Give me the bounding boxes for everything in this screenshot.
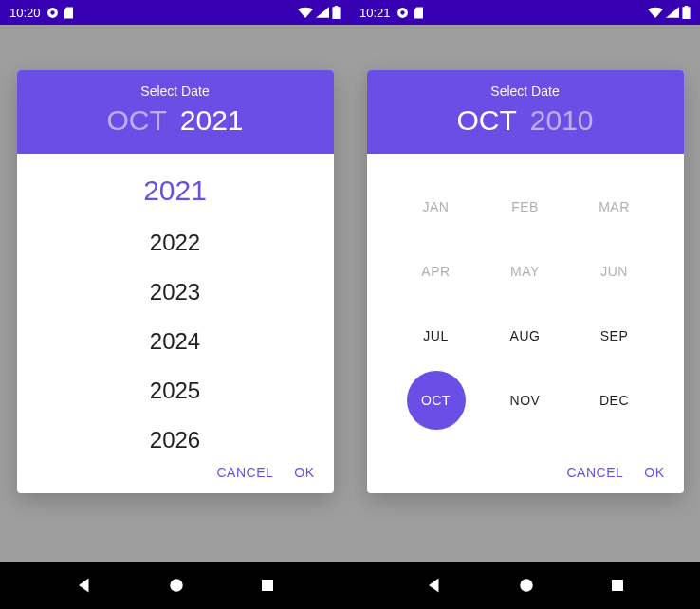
signal-icon xyxy=(666,7,679,18)
dialog-header: Select Date OCT 2010 xyxy=(367,70,684,154)
header-month[interactable]: OCT xyxy=(456,104,516,137)
dialog-title: Select Date xyxy=(367,83,684,99)
battery-icon xyxy=(332,6,341,19)
svg-point-6 xyxy=(520,579,533,592)
ok-button[interactable]: OK xyxy=(294,465,314,480)
month-cell-feb[interactable]: FEB xyxy=(496,177,555,236)
date-picker-dialog: Select Date OCT 2010 JAN FEB MAR APR MAY… xyxy=(367,70,684,493)
month-cell-dec[interactable]: DEC xyxy=(585,371,644,430)
status-time: 10:20 xyxy=(9,6,41,20)
dialog-footer: CANCEL OK xyxy=(17,453,334,493)
header-month[interactable]: OCT xyxy=(106,104,166,137)
phone-left: 10:20 Select Date OCT xyxy=(0,0,350,609)
header-year[interactable]: 2010 xyxy=(530,104,594,137)
year-item[interactable]: 2025 xyxy=(150,366,200,415)
status-circle-icon xyxy=(396,7,409,19)
cancel-button[interactable]: CANCEL xyxy=(566,465,623,480)
month-cell-may[interactable]: MAY xyxy=(496,242,555,301)
wifi-icon xyxy=(648,7,663,18)
month-cell-sep[interactable]: SEP xyxy=(585,306,644,365)
dialog-title: Select Date xyxy=(17,83,334,99)
month-grid: JAN FEB MAR APR MAY JUN JUL AUG SEP OCT … xyxy=(367,154,684,453)
nav-back-icon[interactable] xyxy=(426,577,443,594)
svg-point-1 xyxy=(50,10,54,14)
status-bar: 10:21 xyxy=(350,0,700,25)
month-cell-jan[interactable]: JAN xyxy=(407,177,466,236)
wifi-icon xyxy=(298,7,313,18)
cancel-button[interactable]: CANCEL xyxy=(216,465,273,480)
year-item[interactable]: 2021 xyxy=(143,163,207,218)
status-sd-icon xyxy=(64,7,73,19)
header-year[interactable]: 2021 xyxy=(180,104,244,137)
ok-button[interactable]: OK xyxy=(644,465,664,480)
svg-point-5 xyxy=(400,10,404,14)
month-cell-apr[interactable]: APR xyxy=(407,242,466,301)
nav-home-icon[interactable] xyxy=(518,577,535,594)
status-sd-icon xyxy=(414,7,423,19)
month-cell-jun[interactable]: JUN xyxy=(585,242,644,301)
dialog-header: Select Date OCT 2021 xyxy=(17,70,334,154)
year-list[interactable]: 2021 2022 2023 2024 2025 2026 xyxy=(17,154,334,453)
battery-icon xyxy=(682,6,691,19)
month-cell-jul[interactable]: JUL xyxy=(407,306,466,365)
svg-rect-3 xyxy=(262,580,273,591)
month-cell-oct[interactable]: OCT xyxy=(407,371,466,430)
year-item[interactable]: 2023 xyxy=(150,268,200,317)
nav-recent-icon[interactable] xyxy=(610,578,625,593)
svg-rect-7 xyxy=(612,580,623,591)
dialog-footer: CANCEL OK xyxy=(367,453,684,493)
month-cell-aug[interactable]: AUG xyxy=(496,306,555,365)
date-picker-dialog: Select Date OCT 2021 2021 2022 2023 2024… xyxy=(17,70,334,493)
nav-bar xyxy=(350,562,700,609)
nav-back-icon[interactable] xyxy=(76,577,93,594)
status-bar: 10:20 xyxy=(0,0,350,25)
month-cell-mar[interactable]: MAR xyxy=(585,177,644,236)
svg-point-2 xyxy=(170,579,183,592)
year-item[interactable]: 2022 xyxy=(150,218,200,268)
status-circle-icon xyxy=(46,7,59,19)
month-cell-nov[interactable]: NOV xyxy=(496,371,555,430)
nav-bar xyxy=(0,562,350,609)
signal-icon xyxy=(316,7,329,18)
phone-right: 10:21 Select Date OCT xyxy=(350,0,700,609)
nav-home-icon[interactable] xyxy=(168,577,185,594)
status-time: 10:21 xyxy=(359,6,391,20)
year-item[interactable]: 2024 xyxy=(150,317,200,366)
nav-recent-icon[interactable] xyxy=(260,578,275,593)
